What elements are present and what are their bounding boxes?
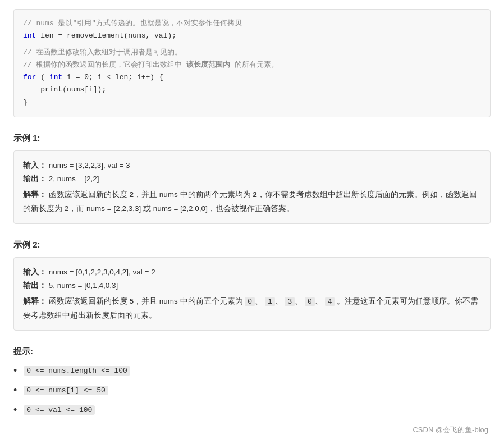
example2-input-value: nums = [0,1,2,2,3,0,4,2], val = 2 bbox=[49, 268, 155, 276]
example1-output-value: 2, nums = [2,2] bbox=[49, 175, 99, 183]
code-line-1: // nums 是以"引用"方式传递的。也就是说，不对实参作任何拷贝 bbox=[23, 17, 481, 30]
footer: CSDN @会飞的鱼-blog bbox=[13, 425, 491, 435]
code-line-4: // 根据你的函数返回的长度，它会打印出数组中 该长度范围内 的所有元素。 bbox=[23, 59, 481, 71]
example1-input: 输入： nums = [3,2,2,3], val = 3 bbox=[23, 159, 481, 172]
example2-input-label: 输入： bbox=[23, 268, 47, 276]
keyword-int: int bbox=[23, 31, 36, 40]
example2-output-value: 5, nums = [0,1,4,0,3] bbox=[49, 281, 118, 290]
example2-heading: 示例 2: bbox=[13, 240, 491, 250]
tip-item-1: 0 <= nums.length <= 100 bbox=[13, 365, 491, 377]
code-text-2: len = removeElement(nums, val); bbox=[40, 31, 176, 40]
tip-item-2: 0 <= nums[i] <= 50 bbox=[13, 385, 491, 396]
keyword-for: for bbox=[23, 73, 36, 81]
page-container: // nums 是以"引用"方式传递的。也就是说，不对实参作任何拷贝 int l… bbox=[0, 0, 504, 444]
example1-section: 示例 1: 输入： nums = [3,2,2,3], val = 3 输出： … bbox=[13, 133, 491, 224]
code-block: // nums 是以"引用"方式传递的。也就是说，不对实参作任何拷贝 int l… bbox=[13, 9, 491, 117]
tips-heading: 提示: bbox=[13, 346, 491, 357]
example1-input-label: 输入： bbox=[23, 161, 47, 170]
comment-4: // 根据你的函数返回的长度，它会打印出数组中 该长度范围内 的所有元素。 bbox=[23, 61, 278, 69]
inline-code-4: 4 bbox=[325, 297, 335, 306]
example2-input: 输入： nums = [0,1,2,2,3,0,4,2], val = 2 bbox=[23, 266, 481, 279]
tips-list: 0 <= nums.length <= 100 0 <= nums[i] <= … bbox=[13, 365, 491, 416]
code-text-5b: i = 0; i < len; i++) { bbox=[67, 73, 163, 81]
footer-text: CSDN @会飞的鱼-blog bbox=[413, 425, 488, 434]
inline-code-0: 0 bbox=[245, 297, 255, 306]
comment-3: // 在函数里修改输入数组对于调用者是可见的。 bbox=[23, 48, 182, 57]
example1-explanation-label: 解释： bbox=[23, 190, 47, 199]
tip-code-3: 0 <= val <= 100 bbox=[24, 405, 95, 415]
code-line-5: for ( int i = 0; i < len; i++) { bbox=[23, 71, 481, 84]
inline-code-3: 3 bbox=[285, 297, 295, 306]
example1-explanation-text: 函数应该返回新的长度 2，并且 nums 中的前两个元素均为 2，你不需要考虑数… bbox=[23, 190, 477, 212]
keyword-int2: int bbox=[49, 73, 62, 81]
example1-output-label: 输出： bbox=[23, 175, 47, 183]
tip-item-3: 0 <= val <= 100 bbox=[13, 404, 491, 416]
comment-1: // nums 是以"引用"方式传递的。也就是说，不对实参作任何拷贝 bbox=[23, 19, 242, 28]
example2-explanation: 解释： 函数应该返回新的长度 5，并且 nums 中的前五个元素为 0、 1、 … bbox=[23, 295, 481, 322]
code-line-6: print(nums[i]); bbox=[23, 84, 481, 96]
inline-code-1: 1 bbox=[265, 297, 275, 306]
example1-input-value: nums = [3,2,2,3], val = 3 bbox=[49, 161, 130, 170]
example1-heading: 示例 1: bbox=[13, 133, 491, 144]
example1-output: 输出： 2, nums = [2,2] bbox=[23, 172, 481, 186]
code-line-3: // 在函数里修改输入数组对于调用者是可见的。 bbox=[23, 47, 481, 59]
code-line-2: int len = removeElement(nums, val); bbox=[23, 30, 481, 42]
tip-code-2: 0 <= nums[i] <= 50 bbox=[24, 386, 108, 395]
code-blank-1 bbox=[23, 42, 481, 47]
code-text-5: ( bbox=[40, 73, 45, 81]
example2-output: 输出： 5, nums = [0,1,4,0,3] bbox=[23, 279, 481, 292]
code-brace: } bbox=[23, 98, 28, 107]
tips-section: 提示: 0 <= nums.length <= 100 0 <= nums[i]… bbox=[13, 346, 491, 416]
example2-block: 输入： nums = [0,1,2,2,3,0,4,2], val = 2 输出… bbox=[13, 257, 491, 331]
example2-output-label: 输出： bbox=[23, 281, 47, 290]
code-line-7: } bbox=[23, 97, 481, 109]
example1-block: 输入： nums = [3,2,2,3], val = 3 输出： 2, num… bbox=[13, 150, 491, 224]
example2-explanation-label: 解释： bbox=[23, 297, 47, 305]
example2-explanation-text: 函数应该返回新的长度 5，并且 nums 中的前五个元素为 0、 1、 3、 0… bbox=[23, 297, 478, 319]
example2-section: 示例 2: 输入： nums = [0,1,2,2,3,0,4,2], val … bbox=[13, 240, 491, 331]
tip-code-1: 0 <= nums.length <= 100 bbox=[24, 366, 130, 376]
example1-explanation: 解释： 函数应该返回新的长度 2，并且 nums 中的前两个元素均为 2，你不需… bbox=[23, 188, 481, 216]
code-indent-6: print(nums[i]); bbox=[23, 85, 106, 94]
inline-code-0b: 0 bbox=[305, 297, 315, 306]
